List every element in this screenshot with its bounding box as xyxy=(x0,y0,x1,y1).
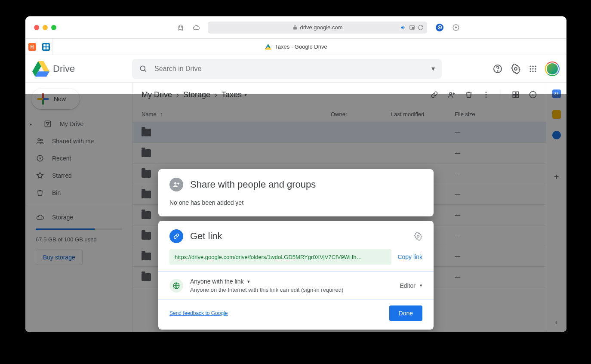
svg-point-10 xyxy=(532,65,533,67)
svg-point-0 xyxy=(179,26,180,27)
svg-rect-3 xyxy=(412,27,414,28)
sound-icon[interactable] xyxy=(400,25,406,31)
browser-window: drive.google.com ⦿ H xyxy=(25,16,566,332)
drive-header: Drive ▾ xyxy=(25,55,566,83)
role-dropdown[interactable]: Editor ▾ xyxy=(400,282,422,289)
svg-point-8 xyxy=(514,68,517,70)
account-avatar[interactable] xyxy=(545,62,560,76)
apps-icon[interactable] xyxy=(529,65,537,73)
get-link-modal: Get link https://drive.google.com/drive/… xyxy=(158,221,434,330)
svg-point-31 xyxy=(174,182,176,184)
url-text: drive.google.com xyxy=(300,24,343,31)
chevron-down-icon: ▾ xyxy=(247,279,250,284)
svg-point-23 xyxy=(486,92,487,93)
link-icon xyxy=(169,229,183,243)
reload-icon[interactable] xyxy=(418,25,424,31)
copy-link-button[interactable]: Copy link xyxy=(397,253,422,260)
drive-app: Drive ▾ New ▸ My Drive xyxy=(25,55,566,332)
search-bar[interactable]: ▾ xyxy=(132,59,442,79)
tab-strip: H Taxes - Google Drive xyxy=(25,39,566,55)
share-modal-title: Share with people and groups xyxy=(190,179,316,190)
feedback-link[interactable]: Send feedback to Google xyxy=(169,310,228,316)
pinned-tab-2[interactable] xyxy=(39,39,53,55)
ghost-extension-icon[interactable] xyxy=(177,24,185,31)
svg-point-32 xyxy=(417,235,419,238)
done-button[interactable]: Done xyxy=(389,305,422,321)
search-icon xyxy=(139,65,148,73)
drive-favicon-icon xyxy=(265,44,271,50)
access-scope-dropdown[interactable]: Anyone with the link ▾ xyxy=(190,278,393,285)
svg-point-5 xyxy=(140,66,145,71)
browser-toolbar: drive.google.com ⦿ xyxy=(25,16,566,39)
share-modal: Share with people and groups No one has … xyxy=(158,169,434,216)
search-options-icon[interactable]: ▾ xyxy=(431,65,435,73)
svg-point-9 xyxy=(530,65,531,67)
help-icon[interactable] xyxy=(492,64,503,74)
svg-point-17 xyxy=(535,71,536,72)
tab-title-text: Taxes - Google Drive xyxy=(275,43,327,50)
maximize-window-button[interactable] xyxy=(51,25,56,30)
drive-logo-icon xyxy=(32,61,49,77)
svg-point-1 xyxy=(182,26,182,27)
link-url-field[interactable]: https://drive.google.com/drive/folders/1… xyxy=(169,249,391,265)
pinned-tab-1[interactable]: H xyxy=(25,39,39,55)
svg-point-15 xyxy=(530,71,531,72)
access-description: Anyone on the Internet with this link ca… xyxy=(190,287,393,293)
product-name: Drive xyxy=(53,63,75,74)
svg-point-16 xyxy=(532,71,533,72)
svg-point-13 xyxy=(532,68,533,69)
get-link-title: Get link xyxy=(190,231,222,242)
settings-icon[interactable] xyxy=(511,64,521,74)
globe-icon xyxy=(169,279,183,293)
active-tab[interactable]: Taxes - Google Drive xyxy=(265,43,327,50)
cloud-extension-icon[interactable] xyxy=(192,24,200,31)
address-bar[interactable]: drive.google.com xyxy=(208,22,427,34)
pip-icon[interactable] xyxy=(409,25,415,31)
link-settings-icon[interactable] xyxy=(414,232,422,241)
minimize-window-button[interactable] xyxy=(43,25,48,30)
downloads-icon[interactable] xyxy=(452,24,460,31)
search-input[interactable] xyxy=(154,65,435,73)
window-controls xyxy=(34,25,56,30)
onepassword-icon[interactable]: ⦿ xyxy=(436,24,443,31)
close-window-button[interactable] xyxy=(34,25,39,30)
svg-point-11 xyxy=(535,65,536,67)
svg-point-14 xyxy=(535,68,536,69)
svg-point-12 xyxy=(530,68,531,69)
people-icon xyxy=(169,178,183,191)
chevron-down-icon: ▾ xyxy=(420,283,422,288)
svg-point-7 xyxy=(497,71,498,71)
share-modal-subtitle: No one has been added yet xyxy=(169,199,422,206)
